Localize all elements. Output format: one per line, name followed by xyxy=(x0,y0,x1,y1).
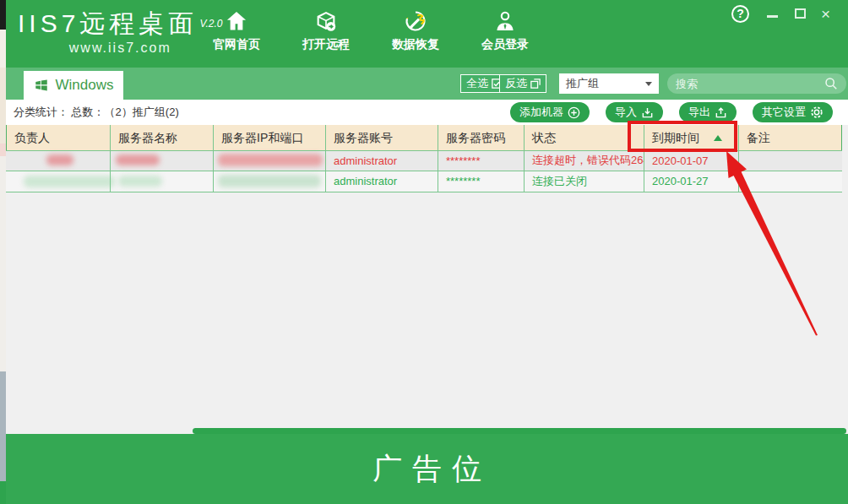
grid-line xyxy=(6,171,842,171)
member-user-icon xyxy=(493,8,517,35)
other-settings-button[interactable]: 其它设置 xyxy=(753,102,833,122)
redacted-owner xyxy=(24,176,115,187)
table-empty-area xyxy=(6,192,848,434)
import-label: 导入 xyxy=(615,105,637,120)
table-row[interactable]: administrator ******** 连接超时，错误代码264。 202… xyxy=(6,150,842,171)
header-nav: 官网首页 打开远程 xyxy=(207,8,535,52)
main-window: IIS7远程桌面V.2.0 www.iis7.com 官网首页 xyxy=(6,0,848,504)
nav-item-member-login[interactable]: 会员登录 xyxy=(476,8,535,52)
ad-banner[interactable]: 广告位 xyxy=(6,434,848,504)
nav-item-label: 打开远程 xyxy=(302,37,350,52)
group-dropdown[interactable]: 推广组 xyxy=(559,73,659,94)
nav-item-label: 数据恢复 xyxy=(392,37,439,52)
maximize-button[interactable] xyxy=(795,8,806,19)
nav-item-label: 官网首页 xyxy=(213,37,260,52)
search-box xyxy=(667,73,846,94)
background-window-edge xyxy=(0,0,6,504)
cell-note xyxy=(738,150,841,171)
app-title-text: IIS7远程桌面 xyxy=(18,9,198,37)
cell-status: 连接超时，错误代码264。 xyxy=(524,150,644,171)
invert-selection-icon xyxy=(530,79,541,89)
grid-line xyxy=(738,125,739,192)
grid-line xyxy=(438,125,438,192)
tab-windows[interactable]: Windows xyxy=(24,71,123,100)
redacted-server-ip xyxy=(218,154,323,166)
windows-logo-icon xyxy=(34,78,49,93)
redacted-server-name xyxy=(116,154,160,165)
group-dropdown-value: 推广组 xyxy=(566,76,645,91)
nav-item-data-recovery[interactable]: 数据恢复 xyxy=(386,8,445,52)
category-stats-text: 分类统计： 总数：（2）推广组(2) xyxy=(14,100,179,125)
nav-item-open-remote[interactable]: 打开远程 xyxy=(296,8,356,52)
table-row[interactable]: administrator ******** 连接已关闭 2020-01-27 xyxy=(6,171,842,192)
export-label: 导出 xyxy=(688,105,710,120)
grid-line xyxy=(325,125,326,192)
import-down-arrow-icon xyxy=(641,106,654,119)
cell-expiry: 2020-01-07 xyxy=(644,150,738,171)
search-input[interactable] xyxy=(676,78,824,90)
toolbar-buttons: 添加机器 导入 导出 xyxy=(510,102,833,122)
app-title: IIS7远程桌面V.2.0 xyxy=(18,8,223,39)
tab-windows-label: Windows xyxy=(56,77,114,94)
search-icon xyxy=(824,77,838,90)
horizontal-scrollbar[interactable] xyxy=(193,428,846,434)
window-controls: ? × xyxy=(731,5,841,25)
redacted-server-name xyxy=(118,176,162,187)
invert-selection-label: 反选 xyxy=(505,76,527,91)
invert-selection-button[interactable]: 反选 xyxy=(499,74,546,93)
import-button[interactable]: 导入 xyxy=(606,102,663,122)
app-window: { "header": { "title": "IIS7远程桌面", "vers… xyxy=(0,0,848,504)
chevron-down-icon xyxy=(645,82,652,86)
add-machine-label: 添加机器 xyxy=(519,105,563,120)
grid-line xyxy=(524,125,525,192)
plus-circle-icon xyxy=(568,106,580,119)
app-logo: IIS7远程桌面V.2.0 www.iis7.com xyxy=(18,8,223,56)
help-button[interactable]: ? xyxy=(731,5,749,23)
other-settings-label: 其它设置 xyxy=(762,105,806,120)
annotation-highlight-box xyxy=(628,121,737,152)
column-header-ip-port[interactable]: 服务器IP和端口 xyxy=(213,125,325,150)
home-icon xyxy=(225,8,248,35)
column-header-server-name[interactable]: 服务器名称 xyxy=(110,125,213,150)
cell-expiry: 2020-01-27 xyxy=(644,171,738,192)
column-header-owner[interactable]: 负责人 xyxy=(6,125,110,150)
cell-account: administrator xyxy=(325,171,438,192)
column-header-status[interactable]: 状态 xyxy=(524,125,644,150)
grid-line xyxy=(213,125,214,192)
app-header: IIS7远程桌面V.2.0 www.iis7.com 官网首页 xyxy=(6,0,848,68)
app-website: www.iis7.com xyxy=(18,41,223,56)
column-header-note[interactable]: 备注 xyxy=(738,125,841,150)
cell-status: 连接已关闭 xyxy=(524,171,644,192)
close-button[interactable]: × xyxy=(821,6,830,22)
nav-item-label: 会员登录 xyxy=(481,37,529,52)
cell-account: administrator xyxy=(325,150,438,171)
grid-line xyxy=(110,125,111,192)
grid-line xyxy=(6,192,842,192)
nav-item-home[interactable]: 官网首页 xyxy=(207,8,266,52)
column-header-password[interactable]: 服务器密码 xyxy=(438,125,524,150)
remote-cube-icon xyxy=(314,8,338,35)
ad-banner-text: 广告位 xyxy=(362,449,492,489)
redacted-server-ip xyxy=(218,175,321,187)
gear-icon xyxy=(810,106,824,119)
cell-password: ******** xyxy=(438,171,524,192)
cell-note xyxy=(738,171,841,192)
data-recovery-wrench-icon xyxy=(404,8,427,35)
export-button[interactable]: 导出 xyxy=(679,102,737,122)
tab-bar: Windows 全选 反选 推广组 xyxy=(6,68,848,100)
select-all-label: 全选 xyxy=(466,76,488,91)
add-machine-button[interactable]: 添加机器 xyxy=(510,102,590,122)
export-up-arrow-icon xyxy=(715,106,727,119)
cell-password: ******** xyxy=(438,150,524,171)
minimize-button[interactable] xyxy=(767,15,778,18)
column-header-account[interactable]: 服务器账号 xyxy=(325,125,438,150)
redacted-owner xyxy=(46,154,73,165)
